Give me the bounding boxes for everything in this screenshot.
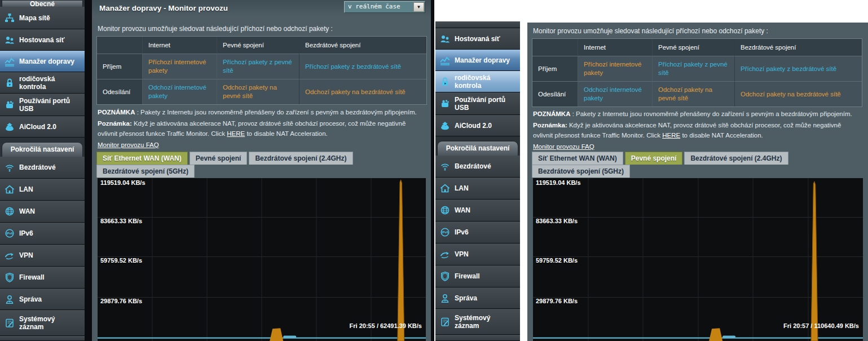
wifi-icon (4, 162, 15, 173)
column-header: Internet (578, 39, 652, 56)
sidebar-item-label: Používání portů USB (455, 96, 512, 112)
note-1-label: POZNÁMKA (533, 110, 570, 117)
traffic-monitor-faq-link[interactable]: Monitor provozu FAQ (533, 143, 594, 150)
packet-type-cell: Odchozí pakety na bezdrátové sítě (734, 81, 862, 107)
packet-type-cell: Příchozí pakety z bezdrátové sítě (734, 56, 862, 81)
guest-network-icon (4, 34, 15, 46)
traffic-monitor-faq-link[interactable]: Monitor provozu FAQ (98, 141, 159, 148)
sidebar-item-firewall[interactable]: Firewall (0, 267, 85, 289)
sidebar-item-label: LAN (19, 185, 77, 193)
note-2-label: Poznámka: (98, 120, 132, 127)
sidebar-item-firewall[interactable]: Firewall (435, 265, 520, 287)
wan-icon (439, 205, 451, 216)
table-row: OdesíláníOdchozí internetové paketyOdcho… (97, 79, 426, 104)
sidebar-item-guest-network[interactable]: Hostovaná síť (0, 29, 85, 51)
tab-1[interactable]: Pevné spojení (625, 152, 683, 165)
tab-3[interactable]: Bezdrátové spojení (5GHz) (532, 165, 630, 178)
screenshot-left: ObecnéMapa sítěHostovaná síťManažer dopr… (0, 0, 434, 341)
sidebar-item-traffic-manager[interactable]: Manažer dopravy (0, 51, 85, 72)
sidebar-item-cloud[interactable]: AiCloud 2.0 (0, 116, 85, 138)
packet-type-cell: Odchozí pakety na pevné sítě (652, 81, 734, 107)
sidebar-item-ipv6[interactable]: IPv6IPv6 (435, 222, 520, 243)
network-map-icon (4, 12, 15, 24)
packet-type-cell: Odchozí pakety na bezdrátové sítě (299, 79, 426, 104)
lan-icon (439, 183, 451, 194)
svg-text:IPv6: IPv6 (442, 231, 448, 234)
sidebar-item-label: VPN (455, 250, 512, 258)
tab-3[interactable]: Bezdrátové spojení (5GHz) (96, 165, 195, 178)
screenshot-right: Hostovaná síťManažer dopravyrodičovská k… (434, 0, 868, 341)
sidebar-item-label: Systémový záznam (19, 315, 77, 331)
row-label: Příjem (532, 56, 578, 81)
row-label: Příjem (97, 54, 142, 79)
sidebar-item-wifi[interactable]: Bezdrátové (435, 156, 520, 178)
sidebar-item-wifi[interactable]: Bezdrátové (0, 157, 85, 179)
packet-type-cell: Příchozí pakety z pevné sítě (217, 54, 299, 79)
sidebar-item-vpn[interactable]: VPN (0, 245, 85, 267)
sidebar-item-partial[interactable] (435, 21, 520, 28)
sidebar-item-partial[interactable] (0, 336, 85, 341)
chart-canvas (98, 178, 426, 341)
chevron-down-icon[interactable]: ▼ (413, 2, 424, 12)
disable-nat-link[interactable]: HERE (227, 130, 245, 137)
sidebar-item-usb[interactable]: Používání portů USB (435, 92, 520, 115)
sidebar-item-partial[interactable] (435, 335, 520, 341)
traffic-chart: 119519.04 KB/s83663.33 KB/s59759.52 KB/s… (533, 178, 863, 341)
intro-text: Monitor provozu umožňuje sledovat násled… (533, 27, 768, 35)
sidebar-item-syslog[interactable]: Systémový záznam (435, 309, 520, 335)
table-header-row: InternetPevné spojeníBezdrátové spojení (97, 37, 426, 54)
time-range-select[interactable]: v reálném čase ▼ (344, 1, 425, 13)
sidebar-item-traffic-manager[interactable]: Manažer dopravy (435, 50, 520, 71)
tab-1[interactable]: Pevné spojení (190, 152, 248, 165)
sidebar-item-parental-control[interactable]: rodičovská kontrola (435, 71, 520, 92)
packets-table: InternetPevné spojeníBezdrátové spojeníP… (96, 36, 427, 105)
sidebar-item-admin[interactable]: Správa (0, 289, 85, 310)
sidebar-item-wan[interactable]: WAN (0, 201, 85, 223)
sidebar-item-lan[interactable]: LAN (0, 179, 85, 201)
chart-status-readout: Fri 20:55 / 62491.39 KB/s (350, 322, 422, 329)
guest-network-icon (439, 33, 451, 45)
sidebar: Hostovaná síťManažer dopravyrodičovská k… (435, 21, 520, 341)
admin-icon (439, 293, 451, 304)
sidebar-item-network-map[interactable]: Mapa sítě (0, 7, 85, 29)
sidebar-item-ipv6[interactable]: IPv6IPv6 (0, 223, 85, 245)
sidebar-item-label: Firewall (19, 273, 77, 281)
disable-nat-link[interactable]: HERE (662, 132, 680, 139)
svg-text:IPv6: IPv6 (6, 232, 13, 235)
admin-icon (4, 294, 15, 305)
sidebar-item-label: Manažer dopravy (19, 57, 77, 65)
sidebar-item-syslog[interactable]: Systémový záznam (0, 310, 85, 336)
sidebar-item-label: Firewall (455, 272, 512, 280)
packet-type-cell: Odchozí internetové pakety (578, 81, 652, 107)
syslog-icon (4, 317, 15, 329)
column-header (97, 37, 142, 54)
wan-icon (4, 206, 15, 217)
table-header-row: InternetPevné spojeníBezdrátové spojení (532, 39, 862, 56)
section-header-advanced: Pokročilá nastavení (2, 142, 83, 157)
sidebar-item-label: Bezdrátové (455, 162, 512, 170)
tab-0[interactable]: Síť Ethernet WAN (WAN) (96, 152, 188, 165)
tab-2[interactable]: Bezdrátové spojení (2.4GHz) (684, 152, 788, 165)
main-content: Monitor provozu umožňuje sledovat násled… (527, 23, 868, 341)
column-header: Pevné spojení (652, 39, 734, 56)
tab-0[interactable]: Síť Ethernet WAN (WAN) (532, 152, 623, 165)
packet-type-cell: Příchozí internetové pakety (578, 56, 652, 81)
sidebar-item-vpn[interactable]: VPN (435, 243, 520, 265)
table-row: PříjemPříchozí internetové paketyPříchoz… (97, 54, 426, 79)
column-header (532, 39, 578, 56)
table-row: OdesíláníOdchozí internetové paketyOdcho… (532, 81, 862, 107)
sidebar-item-admin[interactable]: Správa (435, 287, 520, 309)
sidebar-item-lan[interactable]: LAN (435, 178, 520, 200)
sidebar-item-usb[interactable]: Používání portů USB (0, 94, 85, 116)
sidebar-item-label: Používání portů USB (19, 97, 77, 113)
sidebar-item-cloud[interactable]: AiCloud 2.0 (435, 115, 520, 136)
sidebar-item-guest-network[interactable]: Hostovaná síť (435, 28, 520, 50)
sidebar-item-wan[interactable]: WAN (435, 200, 520, 222)
sidebar-item-parental-control[interactable]: rodičovská kontrola (0, 72, 85, 94)
note-2-label: Poznámka: (533, 122, 567, 129)
sidebar-item-label: AiCloud 2.0 (455, 122, 512, 130)
tab-2[interactable]: Bezdrátové spojení (2.4GHz) (249, 152, 353, 165)
packet-type-cell: Příchozí internetové pakety (142, 54, 217, 79)
section-header-advanced: Pokročilá nastavení (437, 141, 518, 156)
sidebar-item-label: rodičovská kontrola (19, 75, 77, 91)
